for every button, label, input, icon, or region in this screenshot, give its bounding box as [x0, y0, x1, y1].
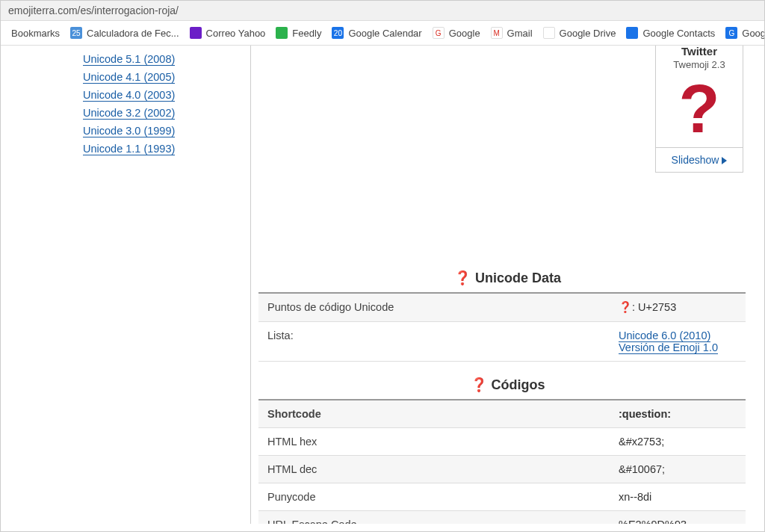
table-value: xn--8di: [610, 483, 746, 511]
sidebar-link[interactable]: Unicode 4.0 (2003): [83, 89, 175, 102]
unicode-data-table: Puntos de código Unicode❓: U+2753Lista:U…: [258, 292, 746, 362]
codigos-table: Shortcode:question:HTML hex&#x2753;HTML …: [258, 399, 746, 524]
sidebar: Unicode 5.1 (2008)Unicode 4.1 (2005)Unic…: [1, 46, 251, 524]
table-row: Lista:Unicode 6.0 (2010)Versión de Emoji…: [258, 322, 746, 362]
bookmark-item[interactable]: Feedly: [276, 27, 321, 39]
sidebar-link[interactable]: Unicode 1.1 (1993): [83, 143, 175, 155]
slideshow-button[interactable]: Slideshow: [656, 147, 743, 172]
bookmark-favicon: [276, 27, 288, 39]
main-column: Twitter Twemoji 2.3 ? Slideshow ❓ Unicod…: [251, 46, 764, 524]
bookmark-item[interactable]: MGmail: [491, 27, 533, 39]
table-key: Punycode: [258, 483, 610, 511]
table-row: HTML hex&#x2753;: [258, 428, 746, 456]
question-icon: ❓: [471, 377, 487, 393]
bookmarks-bar: Bookmarks 25Calculadora de Fec...Correo …: [1, 21, 764, 46]
table-row: HTML dec&#10067;: [258, 456, 746, 483]
table-link[interactable]: Versión de Emoji 1.0: [619, 341, 718, 354]
bookmark-favicon: 20: [332, 27, 344, 39]
bookmark-item[interactable]: 20Google Calendar: [332, 27, 421, 39]
bookmark-favicon: [626, 27, 638, 39]
codigos-heading: ❓ Códigos: [258, 377, 757, 393]
bookmark-label: Google: [449, 28, 480, 39]
bookmark-label: Feedly: [292, 28, 321, 39]
question-mark-glyph: ?: [656, 79, 743, 140]
table-row: Punycodexn--8di: [258, 483, 746, 511]
bookmark-favicon: G: [433, 27, 445, 39]
bookmark-label: Gmail: [507, 28, 533, 39]
bookmark-label: Correo Yahoo: [206, 28, 266, 39]
table-key: HTML dec: [258, 456, 610, 483]
emoji-card-vendor: Twitter: [656, 46, 743, 58]
bookmark-label: Calculadora de Fec...: [87, 28, 179, 39]
url-text: emojiterra.com/es/interrogacion-roja/: [8, 4, 179, 16]
bookmark-label: Google Drive: [560, 28, 616, 39]
table-link[interactable]: Unicode 6.0 (2010): [619, 330, 710, 342]
table-row: Puntos de código Unicode❓: U+2753: [258, 293, 746, 322]
sidebar-link[interactable]: Unicode 3.0 (1999): [83, 125, 175, 137]
bookmark-label: Google Noticias: [742, 28, 765, 39]
sidebar-link[interactable]: Unicode 3.2 (2002): [83, 107, 175, 120]
page-content: Unicode 5.1 (2008)Unicode 4.1 (2005)Unic…: [1, 46, 764, 524]
table-key: Shortcode: [258, 400, 610, 428]
bookmark-item[interactable]: Google Contacts: [626, 27, 715, 39]
play-icon: [722, 157, 727, 164]
table-value: &#10067;: [610, 456, 746, 483]
table-value: Unicode 6.0 (2010)Versión de Emoji 1.0: [610, 322, 746, 362]
bookmark-favicon: [190, 27, 202, 39]
bookmarks-button[interactable]: Bookmarks: [11, 28, 60, 39]
question-icon: ❓: [454, 270, 471, 286]
table-value: :question:: [610, 400, 746, 428]
bookmark-favicon: [543, 27, 555, 39]
bookmark-item[interactable]: Correo Yahoo: [190, 27, 266, 39]
bookmark-favicon: 25: [70, 27, 82, 39]
unicode-data-heading: ❓ Unicode Data: [258, 270, 757, 286]
bookmark-item[interactable]: Google Drive: [543, 27, 616, 39]
sidebar-link[interactable]: Unicode 4.1 (2005): [83, 71, 175, 84]
url-bar[interactable]: emojiterra.com/es/interrogacion-roja/: [1, 1, 764, 21]
table-key: Lista:: [258, 322, 610, 362]
table-key: URL Escape Code: [258, 511, 610, 525]
bookmark-item[interactable]: GGoogle Noticias: [725, 27, 765, 39]
table-row: Shortcode:question:: [258, 400, 746, 428]
table-key: HTML hex: [258, 428, 610, 456]
bookmark-item[interactable]: 25Calculadora de Fec...: [70, 27, 179, 39]
bookmark-label: Google Calendar: [348, 28, 421, 39]
table-row: URL Escape Code%E2%9D%93: [258, 511, 746, 525]
bookmark-item[interactable]: GGoogle: [433, 27, 480, 39]
table-value: &#x2753;: [610, 428, 746, 456]
sidebar-link[interactable]: Unicode 5.1 (2008): [83, 53, 175, 66]
table-value: %E2%9D%93: [610, 511, 746, 525]
emoji-preview-card: Twitter Twemoji 2.3 ? Slideshow: [655, 46, 743, 173]
bookmark-favicon: G: [725, 27, 737, 39]
bookmark-favicon: M: [491, 27, 503, 39]
bookmark-label: Google Contacts: [642, 28, 715, 39]
emoji-card-image: ?: [656, 75, 743, 147]
table-value: ❓: U+2753: [610, 293, 746, 322]
table-key: Puntos de código Unicode: [258, 293, 610, 322]
